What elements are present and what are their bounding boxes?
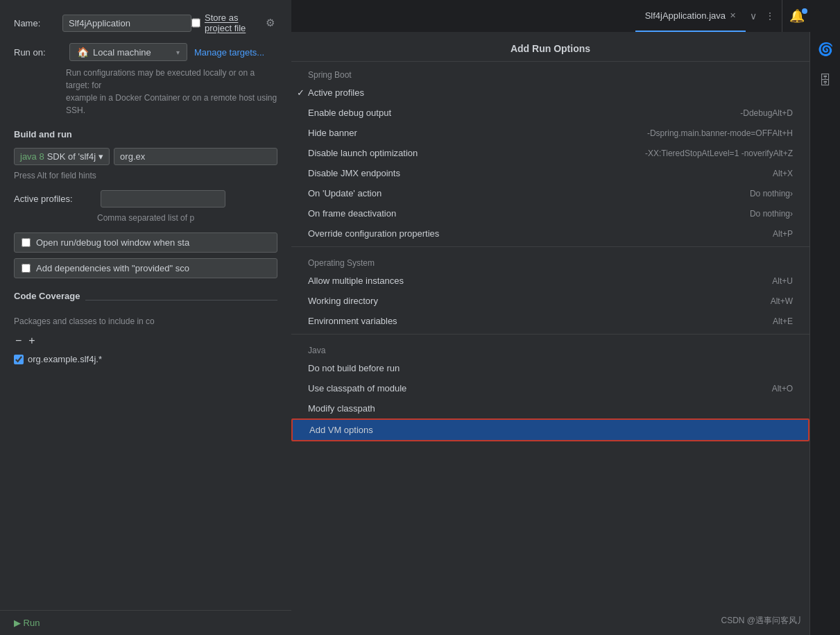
- on-update-hint: Do nothing: [750, 189, 790, 198]
- code-coverage-title: Code Coverage: [14, 291, 80, 301]
- spiral-icon[interactable]: 🌀: [815, 39, 836, 60]
- separator-2: [291, 334, 809, 335]
- disable-jmx-shortcut: Alt+X: [773, 169, 793, 178]
- manage-targets-link[interactable]: Manage targets...: [194, 47, 264, 58]
- icon-bar: − +: [14, 333, 277, 348]
- plus-button[interactable]: +: [27, 333, 36, 348]
- left-panel: Name: Store as project file ⚙ Run on: 🏠 …: [0, 0, 291, 635]
- enable-debug-shortcut: Alt+D: [772, 108, 793, 118]
- main-class-input[interactable]: [114, 148, 277, 165]
- working-dir-label: Working directory: [308, 296, 771, 306]
- active-profiles-label: Active profiles:: [14, 194, 94, 204]
- dropdown-menu: Add Run Options Spring Boot Active profi…: [291, 32, 809, 635]
- menu-item-on-frame-label: On frame deactivation: [308, 208, 744, 219]
- menu-item-no-build[interactable]: Do not build before run: [291, 358, 809, 378]
- build-run-row: java 8 SDK of 'slf4j ▾: [14, 148, 277, 165]
- menu-item-disable-launch[interactable]: Disable launch optimization -XX:TieredSt…: [291, 143, 809, 163]
- run-label: ▶ Run: [14, 618, 40, 628]
- run-on-label: Run on:: [14, 47, 62, 58]
- disable-launch-hint: -XX:TieredStopAtLevel=1 -noverify: [645, 149, 773, 158]
- notification-badge-dot: [802, 8, 807, 14]
- menu-item-override-config[interactable]: Override configuration properties Alt+P: [291, 223, 809, 244]
- no-build-label: Do not build before run: [308, 363, 793, 373]
- on-update-arrow-icon: ›: [790, 189, 793, 198]
- menu-item-disable-launch-label: Disable launch optimization: [308, 148, 640, 158]
- menu-item-hide-banner-label: Hide banner: [308, 128, 642, 138]
- menu-item-modify-classpath[interactable]: Modify classpath: [291, 398, 809, 418]
- store-checkbox[interactable]: [191, 18, 200, 28]
- on-frame-hint: Do nothing: [750, 209, 790, 219]
- gear-button[interactable]: ⚙: [263, 15, 277, 31]
- override-config-shortcut: Alt+P: [773, 229, 793, 239]
- tab-name: Slf4jApplication.java: [645, 10, 726, 21]
- menu-item-disable-jmx[interactable]: Disable JMX endpoints Alt+X: [291, 163, 809, 183]
- minus-button[interactable]: −: [14, 333, 23, 348]
- menu-item-allow-multiple[interactable]: Allow multiple instances Alt+U: [291, 271, 809, 291]
- env-vars-shortcut: Alt+E: [773, 316, 793, 326]
- sdk-dropdown[interactable]: java 8 SDK of 'slf4j ▾: [14, 148, 110, 165]
- add-vm-options-label: Add VM options: [309, 425, 791, 435]
- menu-item-active-profiles-label: Active profiles: [308, 87, 793, 98]
- menu-item-add-vm-options[interactable]: Add VM options: [291, 418, 809, 441]
- comma-hint: Comma separated list of p: [97, 213, 277, 223]
- menu-title: Add Run Options: [291, 32, 809, 62]
- run-button[interactable]: ▶ Run: [14, 618, 40, 628]
- active-profiles-input[interactable]: [101, 190, 225, 208]
- menu-item-override-config-label: Override configuration properties: [308, 228, 773, 239]
- chevron-down-icon: ▾: [176, 49, 180, 56]
- packages-hint: Packages and classes to include in co: [14, 316, 277, 326]
- open-run-debug-checkbox[interactable]: [22, 238, 31, 247]
- database-icon[interactable]: 🗄: [816, 71, 834, 91]
- tab-close-icon[interactable]: ✕: [730, 11, 736, 20]
- press-alt-hint: Press Alt for field hints: [14, 171, 277, 180]
- on-frame-arrow-icon: ›: [790, 209, 793, 219]
- watermark: CSDN @遇事问客风丿: [721, 615, 805, 627]
- open-run-debug-row[interactable]: Open run/debug tool window when sta: [14, 232, 277, 253]
- sdk-chevron-icon: ▾: [98, 151, 103, 162]
- sdk-java-label: java 8: [20, 151, 44, 162]
- hide-banner-hint: -Dspring.main.banner-mode=OFF: [647, 128, 772, 138]
- active-profiles-row: Active profiles:: [14, 190, 277, 208]
- hide-banner-shortcut: Alt+H: [772, 128, 793, 138]
- notification-area: 🔔: [787, 8, 807, 24]
- os-section-label: Operating System: [291, 250, 809, 271]
- package-checkbox[interactable]: [14, 355, 24, 364]
- tab-slf4j-application[interactable]: Slf4jApplication.java ✕: [635, 0, 746, 32]
- right-icon-panel: 🌀 🗄: [809, 32, 840, 635]
- tab-more-icon[interactable]: ⋮: [761, 10, 779, 22]
- menu-item-classpath-module[interactable]: Use classpath of module Alt+O: [291, 378, 809, 398]
- menu-item-active-profiles[interactable]: Active profiles: [291, 83, 809, 103]
- menu-item-hide-banner[interactable]: Hide banner -Dspring.main.banner-mode=OF…: [291, 123, 809, 143]
- name-label: Name:: [14, 18, 62, 28]
- name-row: Name: Store as project file ⚙: [14, 12, 277, 33]
- add-dependencies-row[interactable]: Add dependencies with "provided" sco: [14, 258, 277, 278]
- classpath-module-shortcut: Alt+O: [772, 384, 793, 393]
- build-run-title: Build and run: [14, 129, 277, 139]
- java-section-label: Java: [291, 337, 809, 358]
- env-vars-label: Environment variables: [308, 316, 773, 326]
- spring-boot-section-label: Spring Boot: [291, 62, 809, 83]
- run-on-dropdown[interactable]: 🏠 Local machine ▾: [69, 43, 187, 61]
- working-dir-shortcut: Alt+W: [771, 296, 793, 306]
- run-on-row: Run on: 🏠 Local machine ▾ Manage targets…: [14, 43, 277, 61]
- separator-1: [291, 246, 809, 247]
- store-label: Store as project file: [205, 12, 257, 33]
- classpath-module-label: Use classpath of module: [308, 383, 772, 393]
- bottom-bar: ▶ Run: [0, 610, 291, 635]
- allow-multiple-shortcut: Alt+U: [772, 276, 793, 286]
- enable-debug-hint: -Ddebug: [740, 108, 772, 118]
- add-dependencies-checkbox[interactable]: [22, 264, 31, 273]
- open-run-debug-label: Open run/debug tool window when sta: [36, 237, 189, 248]
- name-input[interactable]: [62, 15, 191, 32]
- tab-chevron-icon[interactable]: ∨: [746, 10, 761, 22]
- package-row: org.example.slf4j.*: [14, 354, 277, 364]
- menu-item-on-update[interactable]: On 'Update' action Do nothing ›: [291, 183, 809, 203]
- allow-multiple-label: Allow multiple instances: [308, 276, 772, 286]
- menu-item-working-dir[interactable]: Working directory Alt+W: [291, 291, 809, 311]
- modify-classpath-label: Modify classpath: [308, 403, 793, 414]
- tab-bar: Slf4jApplication.java ✕ ∨ ⋮ 🔔: [291, 0, 812, 32]
- store-checkbox-label[interactable]: Store as project file: [191, 12, 257, 33]
- menu-item-on-frame[interactable]: On frame deactivation Do nothing ›: [291, 203, 809, 223]
- menu-item-enable-debug[interactable]: Enable debug output -Ddebug Alt+D: [291, 103, 809, 123]
- menu-item-env-vars[interactable]: Environment variables Alt+E: [291, 311, 809, 331]
